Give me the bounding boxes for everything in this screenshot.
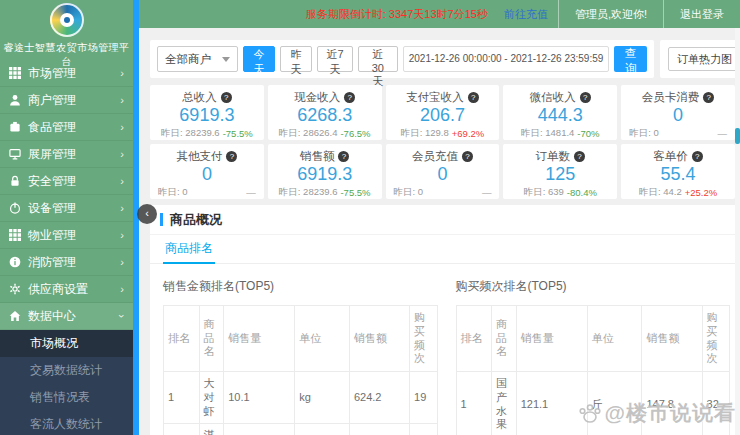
heatmap-card: 订单热力图	[660, 40, 740, 78]
welcome-text: 管理员,欢迎你!	[558, 0, 663, 28]
merchant-select[interactable]: 全部商户	[157, 46, 238, 72]
stat-yesterday: 昨日: 639	[524, 186, 564, 199]
chevron-down-icon	[222, 57, 230, 62]
col-unit: 单位	[587, 306, 642, 372]
sidebar-item-label: 食品管理	[28, 119, 76, 136]
grid-icon	[9, 229, 21, 241]
gear-icon	[9, 283, 21, 295]
sidebar-item-supplier[interactable]: 供应商设置 ›	[0, 276, 133, 303]
question-icon[interactable]: ?	[574, 151, 585, 162]
sidebar-item-label: 消防管理	[28, 254, 76, 271]
chevron-right-icon: ›	[120, 121, 124, 133]
sidebar-item-food[interactable]: 食品管理 ›	[0, 114, 133, 141]
sidebar-item-merchant[interactable]: 商户管理 ›	[0, 87, 133, 114]
app-title: 睿途士智慧农贸市场管理平台	[0, 41, 133, 69]
chevron-down-icon: ›	[116, 314, 128, 318]
stat-value: 0	[386, 164, 500, 185]
stat-card-order-count: 订单数? 125 昨日: 639-80.4%	[503, 144, 617, 199]
table-row: 1 国产水果 121.1 斤 147.8 32	[456, 372, 730, 435]
search-button[interactable]: 查询	[614, 46, 647, 72]
stat-title: 支付宝收入	[406, 90, 464, 105]
table-row: 1 大对虾 10.1 kg 624.2 19	[164, 372, 438, 424]
sidebar-item-screen[interactable]: 展屏管理 ›	[0, 141, 133, 168]
sidebar-item-property[interactable]: 物业管理 ›	[0, 222, 133, 249]
stat-title: 客单价	[653, 149, 688, 164]
tab-product-ranking[interactable]: 商品排名	[163, 235, 215, 264]
tab-row: 商品排名	[150, 235, 740, 264]
sidebar-collapse-button[interactable]: ‹	[137, 204, 157, 224]
stat-yesterday: 昨日: 28239.6	[161, 127, 220, 140]
sidebar-item-label: 物业管理	[28, 227, 76, 244]
range-button-today[interactable]: 今天	[243, 46, 275, 72]
question-icon[interactable]: ?	[580, 92, 591, 103]
stat-card-wechat-income: 微信收入? 444.3 昨日: 1481.4-70%	[503, 85, 617, 140]
stat-title: 会员充值	[412, 149, 458, 164]
stat-trend: —	[246, 187, 256, 198]
stat-trend: -80.4%	[567, 187, 597, 198]
power-icon	[9, 202, 21, 214]
question-icon[interactable]: ?	[703, 92, 714, 103]
stat-card-other-payment: 其他支付? 0 昨日: 0—	[150, 144, 264, 199]
stat-value: 0	[621, 105, 735, 126]
stat-card-cash-income: 现金收入? 6268.3 昨日: 28626.4-76.5%	[268, 85, 382, 140]
submenu-item-visitor-stats[interactable]: 客流人数统计	[0, 411, 133, 435]
submenu-item-sales-report[interactable]: 销售情况表	[0, 384, 133, 411]
table-row: 湛江	[164, 424, 438, 435]
stat-card-membercard-spend: 会员卡消费? 0 昨日: 0—	[621, 85, 735, 140]
question-icon[interactable]: ?	[221, 92, 232, 103]
col-rank: 排名	[164, 306, 200, 372]
stat-card-sales-amount: 销售额? 6919.3 昨日: 28239.6-75.5%	[268, 144, 382, 199]
sidebar-item-datacenter[interactable]: 数据中心 ›	[0, 303, 133, 330]
box-icon	[9, 121, 21, 133]
topbar: 服务期限倒计时: 3347天13时7分15秒 前往充值 管理员,欢迎你! 退出登…	[139, 0, 740, 28]
logout-button[interactable]: 退出登录	[663, 0, 740, 28]
order-heatmap-button[interactable]: 订单热力图	[668, 47, 740, 71]
stat-value: 444.3	[503, 105, 617, 126]
panel-title: 商品概况	[170, 211, 222, 229]
main-content: 全部商户 今天 昨天 近7天 近30天 2021-12-26 00:00:00 …	[139, 28, 740, 435]
stat-value: 6268.3	[268, 105, 382, 126]
date-range-input[interactable]: 2021-12-26 00:00:00 - 2021-12-26 23:59:5…	[403, 46, 610, 72]
stat-yesterday: 昨日: 28626.4	[279, 127, 338, 140]
stat-value: 0	[150, 164, 264, 185]
info-icon	[9, 256, 21, 268]
sidebar-item-label: 设备管理	[28, 200, 76, 217]
col-purchase-freq: 购买频次	[410, 306, 437, 372]
sidebar-item-label: 数据中心	[28, 308, 76, 325]
col-sales-amount: 销售额	[349, 306, 409, 372]
lock-icon	[9, 175, 21, 187]
question-icon[interactable]: ?	[344, 92, 355, 103]
sidebar-item-label: 商户管理	[28, 92, 76, 109]
submenu-item-market-overview[interactable]: 市场概况	[0, 330, 133, 357]
question-icon[interactable]: ?	[226, 151, 237, 162]
screen-icon	[9, 148, 21, 160]
stat-yesterday: 昨日: 0	[629, 127, 659, 140]
stat-yesterday: 昨日: 0	[394, 186, 424, 199]
stat-card-total-income: 总收入? 6919.3 昨日: 28239.6-75.5%	[150, 85, 264, 140]
question-icon[interactable]: ?	[338, 151, 349, 162]
stat-card-avg-order-value: 客单价? 55.4 昨日: 44.2+25.2%	[621, 144, 735, 199]
col-unit: 单位	[295, 306, 350, 372]
range-button-7days[interactable]: 近7天	[317, 46, 353, 72]
sidebar-item-fire[interactable]: 消防管理 ›	[0, 249, 133, 276]
question-icon[interactable]: ?	[462, 151, 473, 162]
range-button-30days[interactable]: 近30天	[358, 46, 398, 72]
sidebar-item-label: 供应商设置	[28, 281, 88, 298]
sidebar-item-security[interactable]: 安全管理 ›	[0, 168, 133, 195]
recharge-link[interactable]: 前往充值	[504, 7, 548, 22]
range-button-yesterday[interactable]: 昨天	[280, 46, 312, 72]
chevron-right-icon: ›	[120, 229, 124, 241]
product-overview-panel: 商品概况 商品排名 销售金额排名(TOP5) 排名 商品名 销售量 单位 销售额…	[150, 205, 740, 435]
app-logo	[50, 3, 84, 37]
question-icon[interactable]: ?	[468, 92, 479, 103]
question-icon[interactable]: ?	[692, 151, 703, 162]
brand-box: 睿途士智慧农贸市场管理平台	[0, 0, 133, 60]
chevron-right-icon: ›	[120, 256, 124, 268]
sidebar-item-device[interactable]: 设备管理 ›	[0, 195, 133, 222]
table-title: 销售金额排名(TOP5)	[163, 278, 438, 295]
submenu-item-transaction-stats[interactable]: 交易数据统计	[0, 357, 133, 384]
scrollbar[interactable]	[735, 28, 740, 435]
col-product-name: 商品名	[492, 306, 517, 372]
stat-yesterday: 昨日: 28239.6	[279, 186, 338, 199]
scrollbar-thumb[interactable]	[735, 128, 740, 144]
